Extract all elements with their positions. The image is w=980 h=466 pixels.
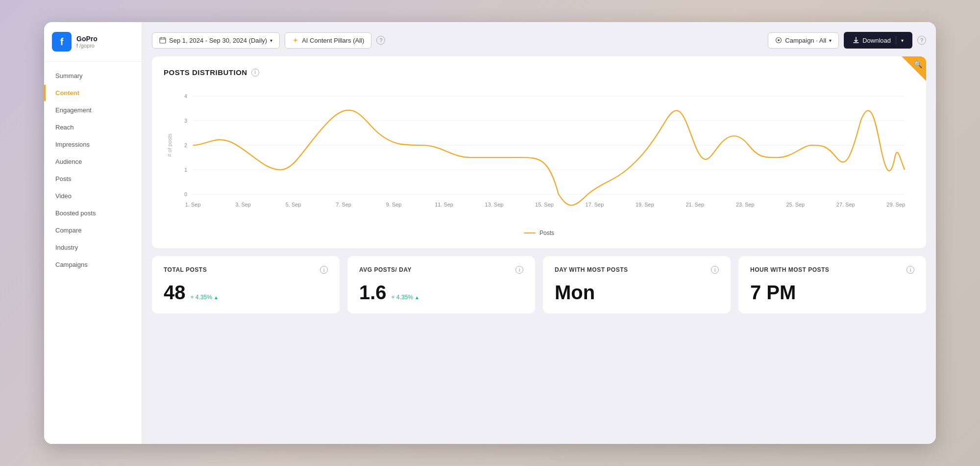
facebook-icon: f — [76, 43, 78, 49]
stat-title-row-1: AVG POSTS/ DAY i — [359, 266, 523, 274]
stat-title-row-2: DAY WITH MOST POSTS i — [555, 266, 719, 274]
svg-text:29. Sep: 29. Sep — [886, 202, 905, 207]
toolbar: Sep 1, 2024 - Sep 30, 2024 (Daily) ▾ AI … — [152, 32, 926, 49]
stat-value-row-1: 1.6 + 4.35% ▲ — [359, 282, 523, 304]
download-icon — [853, 37, 859, 44]
svg-text:25. Sep: 25. Sep — [786, 202, 805, 207]
toolbar-right: Campaign · All ▾ Download ▾ ? — [768, 32, 926, 49]
stat-info-icon-0[interactable]: i — [320, 266, 328, 274]
stat-value-row-3: 7 PM — [750, 282, 914, 304]
stat-value-hour-most-posts: 7 PM — [750, 282, 796, 304]
brand-name: GoPro — [76, 35, 98, 43]
svg-text:1: 1 — [184, 167, 187, 173]
sidebar-item-posts[interactable]: Posts — [44, 171, 142, 187]
ai-sparkle-icon — [292, 37, 299, 44]
svg-text:3: 3 — [184, 118, 187, 124]
svg-text:19. Sep: 19. Sep — [636, 202, 654, 207]
svg-text:5. Sep: 5. Sep — [286, 202, 301, 207]
brand-section: f GoPro f /gopro — [44, 22, 142, 62]
stat-change-avg-posts: + 4.35% ▲ — [392, 294, 419, 301]
stat-value-row-0: 48 + 4.35% ▲ — [164, 282, 328, 304]
stat-value-total-posts: 48 — [164, 282, 186, 304]
stat-card-day-most-posts: DAY WITH MOST POSTS i Mon — [543, 256, 731, 313]
calendar-icon — [159, 37, 166, 44]
campaign-filter-button[interactable]: Campaign · All ▾ — [768, 32, 839, 49]
sidebar-item-engagement[interactable]: Engagement — [44, 102, 142, 118]
stat-card-total-posts: TOTAL POSTS i 48 + 4.35% ▲ — [152, 256, 340, 313]
main-content: Sep 1, 2024 - Sep 30, 2024 (Daily) ▾ AI … — [142, 22, 936, 444]
sidebar-item-summary[interactable]: Summary — [44, 68, 142, 84]
sidebar-item-industry[interactable]: Industry — [44, 239, 142, 256]
arrow-up-icon-1: ▲ — [415, 295, 419, 300]
sidebar: f GoPro f /gopro Summary Content Engagem… — [44, 22, 142, 444]
svg-text:1. Sep: 1. Sep — [185, 202, 201, 207]
svg-text:0: 0 — [184, 192, 187, 197]
stat-info-icon-2[interactable]: i — [711, 266, 719, 274]
stat-card-hour-most-posts: HOUR WITH MOST POSTS i 7 PM — [738, 256, 926, 313]
stat-title-row-0: TOTAL POSTS i — [164, 266, 328, 274]
svg-rect-0 — [160, 38, 166, 43]
stat-info-icon-1[interactable]: i — [515, 266, 523, 274]
svg-text:17. Sep: 17. Sep — [586, 202, 604, 207]
help-icon-right[interactable]: ? — [917, 36, 926, 45]
stat-title-day-most-posts: DAY WITH MOST POSTS — [555, 266, 628, 273]
stat-title-hour-most-posts: HOUR WITH MOST POSTS — [750, 266, 829, 273]
sidebar-item-audience[interactable]: Audience — [44, 154, 142, 170]
stats-row: TOTAL POSTS i 48 + 4.35% ▲ AVG POSTS/ DA… — [152, 256, 926, 313]
sidebar-nav: Summary Content Engagement Reach Impress… — [44, 62, 142, 279]
svg-text:2: 2 — [184, 143, 187, 148]
chart-svg: 4 3 2 1 0 # of posts 1. Sep 3. Sep 5. Se… — [164, 86, 914, 224]
svg-text:13. Sep: 13. Sep — [485, 202, 504, 207]
svg-text:# of posts: # of posts — [167, 133, 172, 157]
sidebar-item-video[interactable]: Video — [44, 188, 142, 204]
chart-card: 🔍 POSTS DISTRIBUTION i 4 3 2 — [152, 56, 926, 248]
sidebar-item-compare[interactable]: Compare — [44, 222, 142, 238]
svg-text:15. Sep: 15. Sep — [535, 202, 554, 207]
legend-label-posts: Posts — [539, 230, 554, 236]
search-icon: 🔍 — [914, 60, 922, 68]
sidebar-item-impressions[interactable]: Impressions — [44, 136, 142, 153]
brand-icon: f — [52, 32, 72, 52]
stat-card-avg-posts: AVG POSTS/ DAY i 1.6 + 4.35% ▲ — [347, 256, 535, 313]
chart-info-icon[interactable]: i — [251, 69, 259, 77]
stat-title-avg-posts: AVG POSTS/ DAY — [359, 266, 412, 273]
button-divider — [896, 36, 896, 44]
svg-text:9. Sep: 9. Sep — [386, 202, 402, 207]
stat-info-icon-3[interactable]: i — [906, 266, 914, 274]
svg-text:7. Sep: 7. Sep — [336, 202, 351, 207]
help-icon[interactable]: ? — [376, 36, 385, 45]
chart-title: POSTS DISTRIBUTION — [164, 68, 247, 77]
svg-point-5 — [778, 39, 780, 41]
chart-title-row: POSTS DISTRIBUTION i — [164, 68, 914, 77]
svg-text:21. Sep: 21. Sep — [686, 202, 704, 207]
app-container: f GoPro f /gopro Summary Content Engagem… — [44, 22, 936, 444]
svg-text:11. Sep: 11. Sep — [435, 202, 453, 207]
sidebar-item-content[interactable]: Content — [44, 85, 142, 101]
campaign-icon — [775, 37, 782, 44]
download-label: Download — [862, 37, 891, 44]
stat-title-total-posts: TOTAL POSTS — [164, 266, 207, 273]
sidebar-item-campaigns[interactable]: Campaigns — [44, 257, 142, 273]
campaign-chevron-icon: ▾ — [829, 38, 832, 43]
sidebar-item-reach[interactable]: Reach — [44, 119, 142, 135]
brand-handle: f /gopro — [76, 43, 98, 49]
date-range-label: Sep 1, 2024 - Sep 30, 2024 (Daily) — [169, 37, 267, 44]
campaign-label: Campaign · All — [785, 37, 826, 44]
date-filter-button[interactable]: Sep 1, 2024 - Sep 30, 2024 (Daily) ▾ — [152, 32, 280, 49]
svg-text:27. Sep: 27. Sep — [836, 202, 855, 207]
sidebar-item-boosted-posts[interactable]: Boosted posts — [44, 205, 142, 221]
toolbar-left: Sep 1, 2024 - Sep 30, 2024 (Daily) ▾ AI … — [152, 32, 385, 49]
chart-area: 4 3 2 1 0 # of posts 1. Sep 3. Sep 5. Se… — [164, 86, 914, 224]
ai-filter-button[interactable]: AI Content Pillars (All) — [285, 32, 371, 49]
stat-change-total-posts: + 4.35% ▲ — [191, 294, 219, 301]
chart-legend: Posts — [164, 230, 914, 236]
legend-line-posts — [524, 233, 536, 233]
stat-value-avg-posts: 1.6 — [359, 282, 387, 304]
brand-info: GoPro f /gopro — [76, 35, 98, 49]
stat-value-row-2: Mon — [555, 282, 719, 304]
arrow-up-icon-0: ▲ — [214, 295, 219, 300]
stat-value-day-most-posts: Mon — [555, 282, 595, 304]
download-button[interactable]: Download ▾ — [844, 32, 912, 49]
svg-text:3. Sep: 3. Sep — [235, 202, 251, 207]
stat-title-row-3: HOUR WITH MOST POSTS i — [750, 266, 914, 274]
